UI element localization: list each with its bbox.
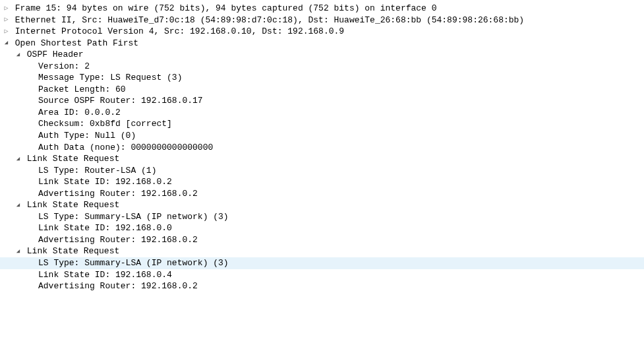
ip-summary-row[interactable]: Internet Protocol Version 4, Src: 192.16… xyxy=(0,26,644,38)
lsr2-label: Link State Request xyxy=(27,200,119,210)
collapse-icon[interactable] xyxy=(15,201,22,210)
lsr1-type-row[interactable]: LS Type: Router-LSA (1) xyxy=(0,165,644,177)
ospf-auth-data-row[interactable]: Auth Data (none): 0000000000000000 xyxy=(0,142,644,154)
ospf-auth-type-row[interactable]: Auth Type: Null (0) xyxy=(0,130,644,142)
ospf-length-row[interactable]: Packet Length: 60 xyxy=(0,84,644,96)
ospf-area-id-row[interactable]: Area ID: 0.0.0.2 xyxy=(0,107,644,119)
lsr1-adv-row[interactable]: Advertising Router: 192.168.0.2 xyxy=(0,188,644,200)
ospf-msgtype-text: Message Type: LS Request (3) xyxy=(38,73,182,82)
collapse-icon[interactable] xyxy=(3,38,10,48)
ospf-checksum-row[interactable]: Checksum: 0xb8fd [correct] xyxy=(0,118,644,130)
lsr1-adv-text: Advertising Router: 192.168.0.2 xyxy=(38,189,198,199)
lsr3-row[interactable]: Link State Request xyxy=(0,245,644,257)
expand-icon[interactable] xyxy=(3,27,10,36)
ip-summary-text: Internet Protocol Version 4, Src: 192.16… xyxy=(15,26,344,36)
lsr2-id-row[interactable]: Link State ID: 192.168.0.0 xyxy=(0,222,644,234)
ospf-auth-data-text: Auth Data (none): 0000000000000000 xyxy=(38,143,213,152)
ospf-header-row[interactable]: OSPF Header xyxy=(0,49,644,61)
lsr1-type-text: LS Type: Router-LSA (1) xyxy=(38,166,156,176)
lsr1-row[interactable]: Link State Request xyxy=(0,153,644,165)
ospf-summary-row[interactable]: Open Shortest Path First xyxy=(0,38,644,49)
ospf-auth-type-text: Auth Type: Null (0) xyxy=(38,131,136,141)
lsr2-id-text: Link State ID: 192.168.0.0 xyxy=(38,223,172,233)
collapse-icon[interactable] xyxy=(15,247,22,256)
lsr3-type-row[interactable]: LS Type: Summary-LSA (IP network) (3) xyxy=(0,257,644,269)
ethernet-summary-text: Ethernet II, Src: HuaweiTe_d7:0c:18 (54:… xyxy=(15,15,524,25)
lsr2-type-text: LS Type: Summary-LSA (IP network) (3) xyxy=(38,212,229,222)
expand-icon[interactable] xyxy=(3,4,10,13)
collapse-icon[interactable] xyxy=(15,154,22,164)
lsr2-row[interactable]: Link State Request xyxy=(0,199,644,211)
ospf-source-router-text: Source OSPF Router: 192.168.0.17 xyxy=(38,96,203,106)
lsr2-adv-row[interactable]: Advertising Router: 192.168.0.2 xyxy=(0,234,644,246)
ospf-version-text: Version: 2 xyxy=(38,61,90,71)
lsr1-id-row[interactable]: Link State ID: 192.168.0.2 xyxy=(0,176,644,188)
ethernet-summary-row[interactable]: Ethernet II, Src: HuaweiTe_d7:0c:18 (54:… xyxy=(0,15,644,26)
ospf-source-router-row[interactable]: Source OSPF Router: 192.168.0.17 xyxy=(0,95,644,107)
lsr2-type-row[interactable]: LS Type: Summary-LSA (IP network) (3) xyxy=(0,211,644,223)
lsr3-adv-text: Advertising Router: 192.168.0.2 xyxy=(38,281,198,291)
ospf-area-id-text: Area ID: 0.0.0.2 xyxy=(38,108,121,117)
lsr3-label: Link State Request xyxy=(27,246,119,256)
packet-details-tree: Frame 15: 94 bytes on wire (752 bits), 9… xyxy=(0,3,644,292)
ospf-summary-text: Open Shortest Path First xyxy=(15,38,138,48)
lsr3-id-text: Link State ID: 192.168.0.4 xyxy=(38,270,172,280)
expand-icon[interactable] xyxy=(3,15,10,24)
lsr3-type-text: LS Type: Summary-LSA (IP network) (3) xyxy=(38,258,229,268)
collapse-icon[interactable] xyxy=(15,50,22,59)
frame-summary-row[interactable]: Frame 15: 94 bytes on wire (752 bits), 9… xyxy=(0,3,644,15)
frame-summary-text: Frame 15: 94 bytes on wire (752 bits), 9… xyxy=(15,3,437,13)
lsr1-label: Link State Request xyxy=(27,154,119,164)
ospf-header-label: OSPF Header xyxy=(27,49,84,59)
lsr3-id-row[interactable]: Link State ID: 192.168.0.4 xyxy=(0,269,644,281)
ospf-length-text: Packet Length: 60 xyxy=(38,84,126,94)
lsr3-adv-row[interactable]: Advertising Router: 192.168.0.2 xyxy=(0,280,644,292)
ospf-checksum-text: Checksum: 0xb8fd [correct] xyxy=(38,119,172,129)
ospf-version-row[interactable]: Version: 2 xyxy=(0,61,644,73)
ospf-msgtype-row[interactable]: Message Type: LS Request (3) xyxy=(0,72,644,84)
lsr1-id-text: Link State ID: 192.168.0.2 xyxy=(38,177,172,187)
lsr2-adv-text: Advertising Router: 192.168.0.2 xyxy=(38,235,198,245)
